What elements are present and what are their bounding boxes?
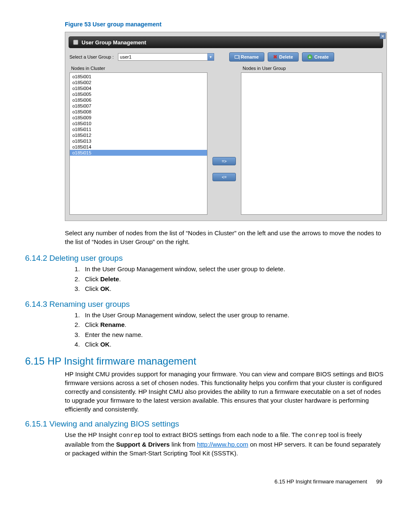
select-group-label: Select a User Group : bbox=[69, 54, 114, 59]
page-number: 99 bbox=[376, 478, 382, 485]
nodes-in-user-group-list[interactable] bbox=[241, 72, 382, 215]
list-item[interactable]: o185i015 bbox=[70, 150, 207, 156]
plus-icon: + bbox=[307, 54, 312, 59]
delete-button[interactable]: ✖ Delete bbox=[268, 52, 299, 62]
list-item[interactable]: o185i007 bbox=[70, 103, 207, 109]
heading-6-14-2: 6.14.2 Deleting user groups bbox=[25, 254, 386, 263]
text-run: tool to extract BIOS settings from each … bbox=[141, 431, 304, 438]
move-left-button[interactable]: <= bbox=[212, 173, 236, 181]
paragraph-6-15: HP Insight CMU provides support for mana… bbox=[65, 370, 386, 414]
list-item[interactable]: o185i010 bbox=[70, 121, 207, 126]
nodes-in-user-group-label: Nodes in User Group bbox=[241, 65, 382, 72]
list-item: Enter the new name. bbox=[82, 330, 386, 340]
list-item[interactable]: o185i004 bbox=[70, 85, 207, 91]
list-item[interactable]: o185i012 bbox=[70, 132, 207, 138]
steps-6-14-2: In the User Group Management window, sel… bbox=[82, 265, 386, 294]
list-item[interactable]: o185i002 bbox=[70, 80, 207, 85]
list-item[interactable]: o185i011 bbox=[70, 126, 207, 132]
text-run: link from bbox=[170, 441, 197, 448]
heading-6-15: 6.15 HP Insight firmware management bbox=[25, 355, 386, 367]
list-item: Click Rename. bbox=[82, 320, 386, 330]
heading-6-15-1: 6.15.1 Viewing and analyzing BIOS settin… bbox=[25, 419, 386, 429]
user-group-select[interactable]: user1 ▼ bbox=[118, 53, 214, 61]
user-group-dialog: ✕ User Group Management Select a User Gr… bbox=[65, 32, 387, 221]
rename-icon bbox=[235, 55, 239, 59]
support-drivers-bold: Support & Drivers bbox=[116, 441, 170, 448]
window-icon bbox=[73, 40, 78, 45]
lists-row: Nodes in Cluster o185i001o185i002o185i00… bbox=[65, 65, 386, 221]
dialog-toolbar: Select a User Group : user1 ▼ Rename ✖ D… bbox=[65, 51, 386, 65]
figure-caption: Figure 53 User group management bbox=[65, 21, 386, 28]
page-footer: 6.15 HP Insight firmware management 99 bbox=[25, 478, 386, 485]
nodes-in-cluster-list[interactable]: o185i001o185i002o185i004o185i005o185i006… bbox=[69, 72, 207, 215]
user-group-select-value[interactable]: user1 bbox=[118, 53, 207, 61]
dialog-titlebar: User Group Management bbox=[69, 36, 383, 48]
list-item: Click Delete. bbox=[82, 275, 386, 284]
list-item[interactable]: o185i013 bbox=[70, 138, 207, 144]
list-item[interactable]: o185i005 bbox=[70, 91, 207, 97]
hp-link[interactable]: http://www.hp.com bbox=[197, 441, 248, 448]
list-item[interactable]: o185i001 bbox=[70, 74, 207, 80]
create-button[interactable]: + Create bbox=[302, 52, 334, 62]
steps-6-14-3: In the User Group Management window, sel… bbox=[82, 311, 386, 350]
list-item[interactable]: o185i008 bbox=[70, 109, 207, 115]
chevron-down-icon[interactable]: ▼ bbox=[207, 53, 214, 61]
rename-button[interactable]: Rename bbox=[229, 52, 264, 62]
list-item: In the User Group Management window, sel… bbox=[82, 265, 386, 274]
code-conrep: conrep bbox=[119, 432, 141, 439]
paragraph-6-15-1: Use the HP Insight conrep tool to extrac… bbox=[65, 430, 386, 457]
footer-section: 6.15 HP Insight firmware management bbox=[274, 478, 367, 485]
delete-icon: ✖ bbox=[273, 55, 277, 59]
move-right-button[interactable]: => bbox=[212, 157, 236, 165]
paragraph-after-figure: Select any number of nodes from the list… bbox=[65, 229, 386, 246]
nodes-in-cluster-label: Nodes in Cluster bbox=[69, 65, 207, 72]
list-item[interactable]: o185i009 bbox=[70, 115, 207, 121]
heading-6-14-3: 6.14.3 Renaming user groups bbox=[25, 300, 386, 309]
code-conrep: conrep bbox=[304, 432, 327, 439]
list-item: Click OK. bbox=[82, 340, 386, 350]
list-item: Click OK. bbox=[82, 284, 386, 294]
delete-button-label: Delete bbox=[279, 54, 293, 59]
rename-button-label: Rename bbox=[241, 54, 259, 59]
dialog-title: User Group Management bbox=[82, 39, 146, 46]
list-item: In the User Group Management window, sel… bbox=[82, 311, 386, 320]
list-item[interactable]: o185i006 bbox=[70, 97, 207, 103]
list-item[interactable]: o185i014 bbox=[70, 144, 207, 150]
create-button-label: Create bbox=[315, 54, 329, 59]
text-run: Use the HP Insight bbox=[65, 431, 119, 438]
close-icon[interactable]: ✕ bbox=[380, 33, 386, 39]
